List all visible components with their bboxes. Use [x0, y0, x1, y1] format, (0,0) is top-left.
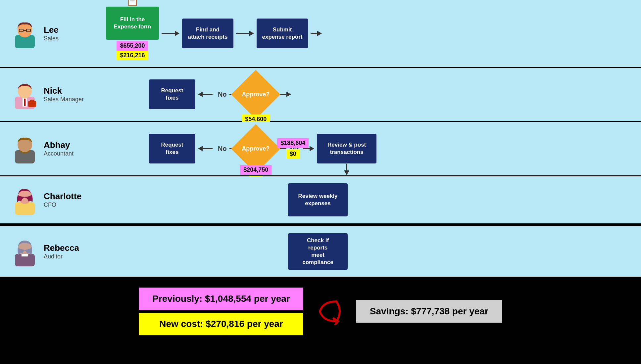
approve-diamond-nick: Approve? $54,600: [236, 74, 276, 114]
arrow-no-nick: [198, 92, 213, 97]
fill-expense-box: Fill in the Expense form: [106, 7, 159, 40]
svg-rect-11: [30, 100, 34, 102]
lane-abhay: Abhay Accountant Request fixes No: [0, 122, 641, 176]
check-compliance-label: Check if reports meet compliance: [302, 237, 333, 266]
cost-yellow1: $216,216: [117, 51, 148, 60]
actor-name-nick: Nick: [44, 86, 84, 96]
review-post-box: Review & post transactions: [317, 134, 376, 163]
fill-expense-label: Fill in the Expense form: [114, 16, 151, 30]
actor-name-lee: Lee: [44, 25, 59, 35]
cost-pink1: $655,200: [117, 41, 148, 51]
approve-diamond-abhay: Approve? $204,750 $0: [236, 129, 276, 168]
lane-lee: Lee Sales 📋 Fill in the Expense form $65…: [0, 0, 641, 68]
lane-charlotte: Charlotte CFO Review weekly expenses: [0, 176, 641, 224]
find-receipts-label: Find and attach receipts: [188, 26, 228, 41]
no-label-abhay: No: [218, 145, 227, 153]
lane-flow-nick: Request fixes No Approve?: [106, 71, 634, 117]
actor-role-rebecca: Auditor: [44, 253, 79, 260]
down-arrow-review-post: [344, 164, 349, 175]
actor-name-charlotte: Charlotte: [44, 191, 81, 202]
approve-nick-label: Approve?: [242, 91, 270, 97]
curved-arrow-icon: [317, 298, 343, 325]
bottom-bar: Previously: $1,048,554 per year New cost…: [0, 278, 641, 345]
avatar-charlotte: [10, 185, 40, 215]
avatar-nick: [10, 79, 40, 109]
lane-flow-lee: 📋 Fill in the Expense form $655,200 $216…: [106, 3, 634, 64]
actor-label-charlotte: Charlotte CFO: [44, 191, 81, 208]
arrow3: [311, 31, 322, 36]
lane-rebecca: Rebecca Auditor Check if reports meet co…: [0, 226, 641, 278]
curved-arrow-container: [317, 298, 343, 325]
lane-flow-abhay: Request fixes No Approve?: [106, 125, 634, 172]
actor-label-lee: Lee Sales: [44, 25, 59, 42]
document-icon: 📋: [126, 0, 139, 7]
actor-name-rebecca: Rebecca: [44, 243, 79, 253]
cost-pink3: $204,750: [240, 165, 271, 175]
arrow2: [236, 31, 254, 36]
arrow-no-abhay: [198, 146, 213, 151]
actor-role-charlotte: CFO: [44, 202, 81, 208]
no-label-nick: No: [218, 91, 227, 98]
review-weekly-label: Review weekly expenses: [298, 193, 337, 207]
request-fixes-nick-label: Request fixes: [161, 87, 183, 102]
actor-charlotte: Charlotte CFO: [7, 180, 106, 220]
svg-rect-8: [24, 99, 25, 106]
avatar-rebecca: [10, 237, 40, 266]
cost-yellow4: $0: [286, 149, 300, 159]
actor-rebecca: Rebecca Auditor: [7, 232, 106, 271]
lane-flow-rebecca: Check if reports meet compliance: [106, 230, 634, 273]
avatar-lee: [10, 19, 40, 48]
svg-rect-15: [15, 202, 35, 215]
actor-label-nick: Nick Sales Manager: [44, 86, 84, 103]
lane-nick: Nick Sales Manager Request fixes No: [0, 68, 641, 122]
actor-role-lee: Sales: [44, 35, 59, 42]
cost-pink4: $188,604: [277, 138, 309, 148]
svg-rect-19: [22, 254, 28, 256]
actor-label-abhay: Abhay Accountant: [44, 140, 74, 157]
review-weekly-box: Review weekly expenses: [288, 183, 348, 216]
connector-down-nick: [280, 92, 291, 97]
find-receipts-box: Find and attach receipts: [182, 19, 233, 48]
request-fixes-nick-box: Request fixes: [149, 79, 195, 109]
lane-flow-charlotte: Review weekly expenses: [106, 180, 634, 220]
actor-role-nick: Sales Manager: [44, 96, 84, 103]
approve-abhay-label: Approve?: [242, 145, 270, 152]
actor-name-abhay: Abhay: [44, 140, 74, 150]
prev-cost-box: Previously: $1,048,554 per year: [139, 288, 303, 310]
submit-report-label: Submit expense report: [262, 26, 303, 41]
actor-lee: Lee Sales: [7, 14, 106, 53]
arrow1: [162, 31, 179, 36]
submit-report-box: Submit expense report: [257, 19, 308, 48]
actor-role-abhay: Accountant: [44, 150, 74, 157]
review-post-label: Review & post transactions: [327, 141, 366, 156]
actor-abhay: Abhay Accountant: [7, 129, 106, 168]
request-fixes-abhay-label: Request fixes: [161, 141, 183, 156]
actor-nick: Nick Sales Manager: [7, 74, 106, 114]
savings-box: Savings: $777,738 per year: [356, 300, 502, 323]
new-cost-box: New cost: $270,816 per year: [139, 313, 303, 335]
actor-label-rebecca: Rebecca Auditor: [44, 243, 79, 260]
check-compliance-box: Check if reports meet compliance: [288, 233, 348, 270]
request-fixes-abhay-box: Request fixes: [149, 134, 195, 163]
costs-stack: Previously: $1,048,554 per year New cost…: [139, 288, 303, 335]
avatar-abhay: [10, 134, 40, 163]
